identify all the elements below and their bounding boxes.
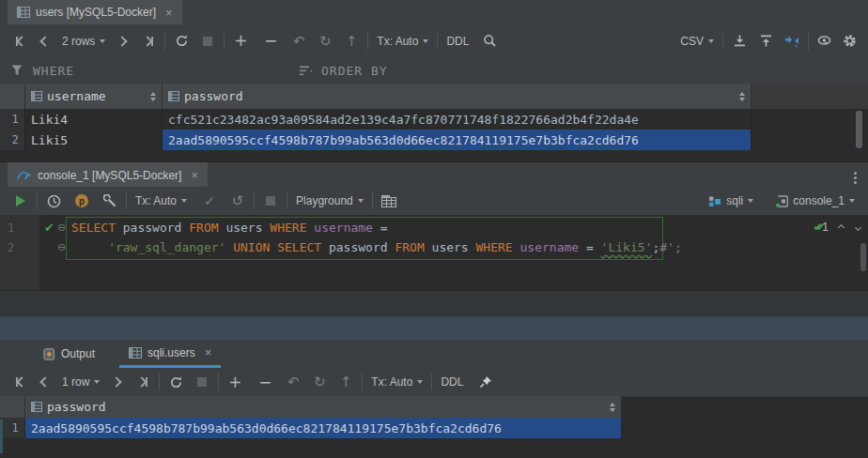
tabbar-spacer <box>0 340 34 368</box>
revert-button[interactable]: ↶ <box>291 30 306 53</box>
schema-dropdown[interactable]: sqli <box>708 194 753 207</box>
revert-button[interactable]: ↶ <box>286 371 301 393</box>
refresh-button[interactable] <box>168 371 183 393</box>
separator <box>367 33 368 50</box>
first-page-button[interactable] <box>13 30 28 53</box>
stop-button[interactable] <box>194 371 209 393</box>
last-page-button[interactable] <box>135 371 150 393</box>
rollback-button[interactable]: ↺ <box>230 190 245 212</box>
column-icon <box>31 91 42 101</box>
inspection-widget[interactable]: ✔✔ 1 <box>813 221 860 234</box>
tab-console[interactable]: console_1 [MySQL5-Docker] × <box>8 162 208 188</box>
tx-mode-dropdown[interactable]: Tx: Auto <box>371 375 423 389</box>
close-icon[interactable]: × <box>205 346 212 359</box>
delete-row-button[interactable]: − <box>257 371 272 393</box>
last-page-button[interactable] <box>141 30 156 53</box>
run-button[interactable] <box>13 190 28 212</box>
chevron-down-icon <box>849 199 855 203</box>
page-size-dropdown[interactable]: 2 rows <box>62 35 105 48</box>
prev-page-button[interactable] <box>38 30 53 53</box>
sort-icon[interactable] <box>739 92 745 101</box>
column-icon <box>31 402 42 412</box>
kebab-menu[interactable] <box>854 169 857 182</box>
kebab-icon <box>854 176 857 179</box>
line-number: 1 <box>8 219 14 237</box>
tab-output[interactable]: Output <box>34 340 104 368</box>
commit-up-button[interactable]: ↑ <box>344 30 359 53</box>
refresh-button[interactable] <box>174 30 189 53</box>
table-row[interactable]: 2 Liki5 2aad5890595ccf4598b787b99ab563d0… <box>0 130 752 150</box>
output-layout-button[interactable] <box>381 190 396 212</box>
vertical-scrollbar[interactable] <box>856 111 862 148</box>
add-row-button[interactable]: + <box>233 30 248 53</box>
first-page-button[interactable] <box>13 371 28 393</box>
chevron-left-icon <box>39 36 50 46</box>
submit-button[interactable]: ↻ <box>318 30 333 53</box>
prev-page-button[interactable] <box>38 371 53 393</box>
cell-username[interactable]: Liki4 <box>25 109 163 130</box>
close-icon[interactable]: × <box>165 7 173 19</box>
order-by-field[interactable]: ORDER BY <box>321 64 388 78</box>
cell-password-selected[interactable]: 2aad5890595ccf4598b787b99ab563d0d66ec821… <box>25 418 622 438</box>
cell-password-selected[interactable]: 2aad5890595ccf4598b787b99ab563d0d66ec821… <box>163 130 752 150</box>
ddl-button[interactable]: DDL <box>441 375 463 389</box>
editor-scrollbar[interactable] <box>860 243 866 271</box>
sort-icon[interactable] <box>610 403 615 412</box>
fold-icon[interactable]: ⊖ <box>57 219 66 237</box>
parameters-button[interactable]: p <box>74 190 89 212</box>
next-page-button[interactable] <box>115 30 130 53</box>
column-label: password <box>47 400 106 414</box>
pin-tab-button[interactable] <box>478 371 493 393</box>
tx-mode-dropdown[interactable]: Tx: Auto <box>135 194 187 207</box>
stop-icon <box>266 196 275 206</box>
panel-splitter[interactable] <box>0 316 868 340</box>
tx-mode-dropdown[interactable]: Tx: Auto <box>377 35 428 48</box>
cell-password[interactable]: cfc521c23482ac93a09584ad2e139c4a7fc87077… <box>163 109 752 130</box>
settings-button[interactable] <box>843 30 859 53</box>
sql-line-1[interactable]: SELECT password FROM users WHERE usernam… <box>71 219 388 237</box>
column-label: username <box>47 89 106 103</box>
configure-button[interactable] <box>102 190 117 212</box>
add-row-button[interactable]: + <box>227 371 242 393</box>
compare-button[interactable] <box>784 30 799 53</box>
stop-button[interactable] <box>263 190 278 212</box>
column-header-username[interactable]: username <box>25 84 163 109</box>
table-row[interactable]: 1 Liki4 cfc521c23482ac93a09584ad2e139c4a… <box>0 109 752 130</box>
table-view-icon <box>381 195 396 207</box>
stop-button[interactable] <box>200 30 215 53</box>
cell-username[interactable]: Liki5 <box>25 130 163 150</box>
sort-icon[interactable] <box>150 92 156 101</box>
fold-icon[interactable]: ⊖ <box>57 238 66 257</box>
where-filter-field[interactable]: WHERE <box>33 64 74 78</box>
tab-users-grid[interactable]: users [MySQL5-Docker] × <box>8 0 182 24</box>
import-upload-button[interactable] <box>758 30 773 53</box>
column-header-password[interactable]: password <box>25 396 622 418</box>
export-download-button[interactable] <box>732 30 747 53</box>
search-button[interactable] <box>482 30 497 53</box>
submit-button[interactable]: ↻ <box>312 371 327 393</box>
export-format-dropdown[interactable]: CSV <box>680 35 714 48</box>
order-by-button[interactable] <box>299 59 314 82</box>
filter-button[interactable] <box>9 59 24 82</box>
chevron-up-icon[interactable] <box>838 223 845 230</box>
session-dropdown[interactable]: console_1 <box>774 194 855 207</box>
sql-editor[interactable]: 1 2 ✔ ⊖ ⊖ SELECT password FROM users WHE… <box>0 215 868 290</box>
history-button[interactable] <box>46 190 61 212</box>
table-row[interactable]: 1 2aad5890595ccf4598b787b99ab563d0d66ec8… <box>0 418 622 438</box>
sql-line-2[interactable]: 'raw_sql_danger' UNION SELECT password F… <box>71 238 682 257</box>
playground-dropdown[interactable]: Playground <box>296 194 364 207</box>
chevron-down-icon[interactable] <box>855 223 861 230</box>
tab-result-grid[interactable]: sqli.users × <box>119 340 221 368</box>
commit-button[interactable]: ✓ <box>202 190 217 212</box>
close-icon[interactable]: × <box>191 169 198 181</box>
delete-row-button[interactable]: − <box>263 30 278 53</box>
wrench-icon <box>103 194 117 208</box>
separator <box>126 192 127 209</box>
page-size-dropdown[interactable]: 1 row <box>62 375 100 389</box>
commit-up-button[interactable]: ↑ <box>338 371 353 393</box>
next-page-button[interactable] <box>109 371 124 393</box>
column-header-password[interactable]: password <box>163 84 752 109</box>
separator <box>722 33 723 50</box>
view-options-button[interactable] <box>817 30 833 53</box>
ddl-button[interactable]: DDL <box>446 35 469 48</box>
